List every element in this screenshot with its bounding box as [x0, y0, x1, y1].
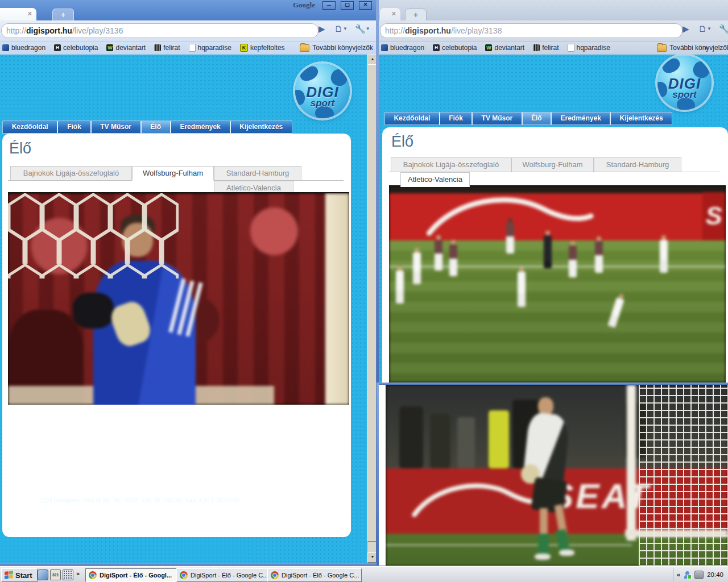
close-button[interactable]: ✕ — [359, 1, 372, 10]
coach-figure — [544, 235, 552, 268]
bookmarks-bar: bluedragon Hcelebutopia Wdeviantart feli… — [0, 41, 377, 55]
browser-tab[interactable]: ✕ — [380, 8, 400, 20]
chrome-icon — [89, 571, 97, 579]
titlebar[interactable]: Google — ▢ ✕ ✕ ＋ — [0, 0, 377, 20]
celebutopia-icon: H — [54, 44, 61, 51]
page-menu-icon[interactable]: 🗋▼ — [698, 24, 712, 34]
page-title: Élő — [9, 140, 31, 157]
browser-toolbar: http://digisport.hu/live/play/3136 ▶ 🗋▼ … — [0, 20, 377, 41]
calculator-icon[interactable] — [63, 569, 73, 580]
bookmark-item[interactable]: hqparadise — [568, 44, 610, 52]
scroll-down-button[interactable]: ▼ — [367, 552, 377, 563]
player-figure — [413, 252, 421, 284]
scroll-up-button[interactable]: ▲ — [367, 55, 377, 65]
windows-logo-icon — [5, 571, 13, 580]
page-left: DIGI sport Kezdőoldal Fiók TV Műsor Élő … — [0, 55, 367, 563]
bookmark-item[interactable]: Hcelebutopia — [54, 44, 98, 52]
page-scrollbar[interactable]: ▲ ▼ — [367, 55, 377, 563]
wrench-menu-icon[interactable]: 🔧▼ — [355, 24, 370, 34]
url-host: digisport.hu — [26, 26, 72, 35]
new-tab-button[interactable]: ＋ — [52, 9, 74, 21]
show-desktop-icon[interactable] — [38, 569, 48, 580]
bookmark-item[interactable]: felirat — [154, 44, 180, 52]
nav-fiok[interactable]: Fiók — [440, 113, 473, 124]
bookmark-item[interactable]: Wdeviantart — [485, 44, 524, 52]
player-figure — [569, 246, 577, 277]
bookmark-item[interactable]: felirat — [533, 44, 559, 52]
goalkeeper-shoe — [535, 554, 550, 560]
page-title: Élő — [391, 133, 413, 151]
titlebar[interactable]: ✕ ＋ — [379, 0, 728, 20]
tab-bajnokok[interactable]: Bajnokok Ligája-összefoglaló — [10, 166, 132, 181]
tab-wolfsburg-fulham[interactable]: Wolfsburg-Fulham — [511, 157, 594, 172]
window-frame-left — [377, 383, 379, 566]
nav-eredmenyek[interactable]: Eredmények — [171, 121, 231, 133]
device-tray-icon[interactable] — [694, 571, 704, 579]
nav-kezdooldal[interactable]: Kezdőoldal — [385, 113, 440, 124]
browser-tab[interactable]: ✕ — [0, 8, 36, 20]
bookmark-item[interactable]: bluedragon — [381, 44, 424, 52]
bookmark-item[interactable]: Hcelebutopia — [433, 44, 477, 52]
quicklaunch-overflow-chevron[interactable]: » — [76, 570, 80, 577]
player-figure — [506, 223, 514, 253]
taskbar: Start 321 » DigiSport - Élő - Googl... D… — [0, 566, 728, 582]
nav-elo[interactable]: Élő — [142, 121, 171, 133]
nav-tv-musor[interactable]: TV Műsor — [473, 113, 522, 124]
player-figure — [435, 240, 442, 271]
hqparadise-icon — [568, 44, 574, 52]
felirat-icon — [533, 44, 540, 51]
tab-standard-hamburg[interactable]: Standard-Hamburg — [594, 157, 681, 172]
digi-kft-link[interactable]: DIGI Kft. — [140, 485, 171, 494]
address-bar[interactable]: http://digisport.hu/live/play/3136 — [1, 23, 318, 38]
tab-standard-hamburg[interactable]: Standard-Hamburg — [214, 166, 301, 181]
address-bar[interactable]: http://digisport.hu/live/play/3138 — [380, 23, 682, 38]
tab-wolfsburg-fulham[interactable]: Wolfsburg-Fulham — [132, 166, 214, 181]
taskbar-button-3[interactable]: DigiSport - Élő - Google C... — [267, 568, 362, 582]
more-bookmarks-button[interactable]: További könyvjelzők — [300, 41, 373, 54]
tray-expand-chevron[interactable]: « — [677, 571, 680, 578]
video-player-standard-hamburg[interactable]: SEAT — [386, 385, 728, 566]
maximize-button[interactable]: ▢ — [341, 1, 354, 10]
bookmark-item[interactable]: Wdeviantart — [106, 44, 146, 52]
nav-fiok[interactable]: Fiók — [58, 121, 91, 133]
tab-atletico-valencia[interactable]: Atletico-Valencia — [400, 172, 470, 187]
video-player-wolfsburg-fulham[interactable] — [8, 192, 349, 405]
nav-kijelentkezes[interactable]: Kijelentkezés — [231, 121, 292, 133]
video-frame-content: S — [389, 185, 726, 383]
tab-close-icon[interactable]: ✕ — [27, 10, 32, 17]
bookmark-item[interactable]: hqparadise — [189, 44, 231, 52]
nav-kezdooldal[interactable]: Kezdőoldal — [3, 121, 58, 133]
nav-tv-musor[interactable]: TV Műsor — [92, 121, 142, 133]
video-player-atletico-valencia[interactable]: S — [389, 185, 726, 383]
taskbar-button-1[interactable]: DigiSport - Élő - Googl... — [85, 568, 180, 582]
chrome-icon — [180, 571, 188, 579]
nav-elo[interactable]: Élő — [523, 113, 552, 124]
go-button[interactable]: ▶ — [682, 24, 689, 34]
goalkeeper-leg — [540, 508, 548, 537]
go-button[interactable]: ▶ — [318, 24, 325, 34]
nav-kijelentkezes[interactable]: Kijelentkezés — [611, 113, 672, 124]
taskbar-button-2[interactable]: DigiSport - Élő - Google C... — [176, 568, 271, 582]
wrench-menu-icon[interactable]: 🔧 — [719, 24, 728, 34]
tab-close-icon[interactable]: ✕ — [391, 10, 396, 17]
minimize-button[interactable]: — — [322, 1, 336, 10]
new-tab-button[interactable]: ＋ — [405, 9, 427, 22]
page-menu-icon[interactable]: 🗋▼ — [334, 24, 348, 34]
goalkeeper-shoe — [559, 550, 574, 556]
goal-post — [627, 385, 636, 541]
scrollbar-thumb[interactable] — [367, 64, 377, 542]
start-button[interactable]: Start — [1, 568, 38, 582]
player-figure — [660, 240, 668, 273]
goal-post — [325, 193, 349, 405]
digi-sport-logo: DIGI sport — [657, 56, 712, 110]
bookmark-item[interactable]: Kkepfeltoltes — [240, 44, 285, 52]
media-player-classic-icon[interactable]: 321 — [50, 569, 61, 580]
more-bookmarks-button[interactable]: További könyvjelzők — [657, 41, 728, 54]
felirat-icon — [154, 44, 161, 51]
bookmarks-bar: bluedragon Hcelebutopia Wdeviantart feli… — [379, 41, 728, 55]
nav-eredmenyek[interactable]: Eredmények — [552, 113, 611, 124]
goalkeeper-sock — [538, 534, 548, 555]
bookmark-item[interactable]: bluedragon — [2, 44, 46, 52]
tab-bajnokok[interactable]: Bajnokok Ligája-összefoglaló — [391, 157, 511, 172]
messenger-status-icon[interactable] — [684, 571, 691, 579]
